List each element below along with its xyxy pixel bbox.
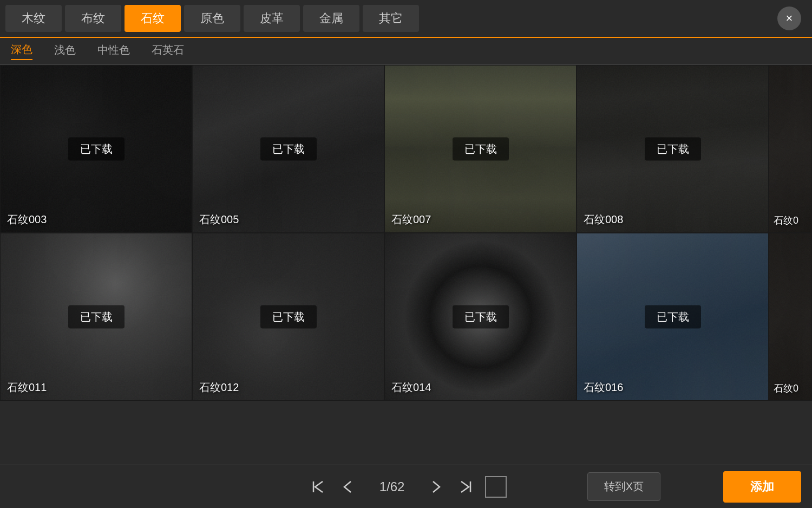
last-page-button[interactable] <box>451 473 479 500</box>
page-controls: 1/62 <box>305 473 507 500</box>
goto-page-button[interactable]: 转到X页 <box>587 472 660 501</box>
tab-plain[interactable]: 原色 <box>184 5 240 32</box>
tile-label-stone012: 石纹012 <box>199 380 239 395</box>
close-button[interactable]: × <box>777 6 801 30</box>
prev-page-button[interactable] <box>335 473 362 500</box>
next-page-button[interactable] <box>422 473 449 500</box>
tile-stone003[interactable]: 已下载 石纹003 <box>0 65 192 233</box>
square-button[interactable] <box>485 476 507 498</box>
tile-label-stone011: 石纹011 <box>7 380 47 395</box>
material-grid: 已下载 石纹003 已下载 石纹005 已下载 石纹007 已下载 石纹008 … <box>0 65 812 465</box>
tile-label-stone003: 石纹003 <box>7 212 47 227</box>
tile-label-stone005: 石纹005 <box>199 212 239 227</box>
tile-stone007[interactable]: 已下载 石纹007 <box>384 65 577 233</box>
tile-label-stone007: 石纹007 <box>391 212 431 227</box>
tab-other[interactable]: 其它 <box>363 5 419 32</box>
tab-cloth[interactable]: 布纹 <box>65 5 121 32</box>
tile-stone005[interactable]: 已下载 石纹005 <box>192 65 384 233</box>
tile-badge-stone003: 已下载 <box>68 138 125 161</box>
tab-wood[interactable]: 木纹 <box>5 5 62 32</box>
tile-stone014[interactable]: 已下载 石纹014 <box>384 233 577 401</box>
sub-tab-dark[interactable]: 深色 <box>11 42 32 60</box>
tile-stone-partial-top[interactable]: 石纹0 <box>769 65 812 233</box>
tab-stone[interactable]: 石纹 <box>125 5 181 32</box>
tile-stone012[interactable]: 已下载 石纹012 <box>192 233 384 401</box>
sub-tab-light[interactable]: 浅色 <box>54 43 76 60</box>
tile-badge-stone016: 已下载 <box>645 305 701 329</box>
tile-label-stone016: 石纹016 <box>584 380 623 395</box>
tile-stone-partial-bottom[interactable]: 石纹0 <box>769 233 812 401</box>
add-button[interactable]: 添加 <box>723 471 801 503</box>
tile-label-stone014: 石纹014 <box>391 380 431 395</box>
tab-leather[interactable]: 皮革 <box>244 5 300 32</box>
top-tab-bar: 木纹 布纹 石纹 原色 皮革 金属 其它 × <box>0 0 812 38</box>
tile-badge-stone014: 已下载 <box>453 305 509 329</box>
tab-metal[interactable]: 金属 <box>303 5 359 32</box>
first-page-button[interactable] <box>305 473 332 500</box>
tile-stone011[interactable]: 已下载 石纹011 <box>0 233 192 401</box>
tile-badge-stone012: 已下载 <box>260 305 317 329</box>
sub-tab-neutral[interactable]: 中性色 <box>97 43 130 60</box>
sub-tab-quartz[interactable]: 石英石 <box>152 43 184 60</box>
pagination-bar: 1/62 转到X页 添加 <box>0 465 812 508</box>
tile-label-stone008: 石纹008 <box>584 212 623 227</box>
tile-stone008[interactable]: 已下载 石纹008 <box>577 65 769 233</box>
tile-badge-stone005: 已下载 <box>260 138 317 161</box>
tile-stone016[interactable]: 已下载 石纹016 <box>577 233 769 401</box>
tile-badge-stone011: 已下载 <box>68 305 125 329</box>
tile-label-partial-bottom: 石纹0 <box>774 382 798 395</box>
tile-label-partial-top: 石纹0 <box>774 214 798 227</box>
sub-tab-bar: 深色 浅色 中性色 石英石 <box>0 38 812 65</box>
tile-badge-stone007: 已下载 <box>453 138 509 161</box>
page-info: 1/62 <box>370 479 414 494</box>
tile-badge-stone008: 已下载 <box>645 138 701 161</box>
